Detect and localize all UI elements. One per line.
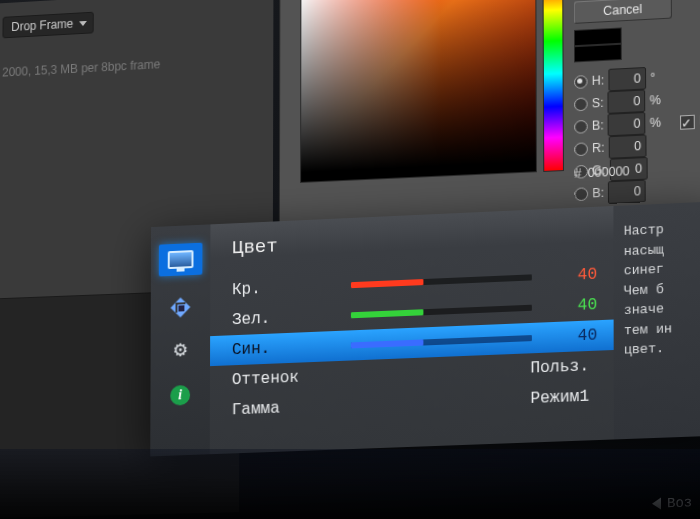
b-value[interactable]: 0	[608, 180, 646, 204]
hue-value[interactable]: 0	[608, 67, 646, 91]
osd-tab-picture[interactable]	[159, 243, 203, 277]
osd-blue-value: 40	[546, 326, 597, 346]
hue-radio[interactable]	[574, 75, 588, 89]
gear-icon: ⚙	[174, 340, 187, 362]
osd-green-slider[interactable]	[351, 305, 532, 319]
osd-hue-value: Польз.	[351, 357, 597, 385]
bri-radio[interactable]	[574, 119, 588, 133]
monitor-osd-menu: ⚙ i Цвет Кр. 40 Зел. 40 Син. 40	[150, 201, 700, 456]
osd-help-panel: Настр насыщ синег Чем б значе тем ин цве…	[613, 201, 700, 439]
r-radio[interactable]	[574, 142, 588, 156]
b-radio[interactable]	[574, 187, 588, 201]
arrows-icon	[168, 294, 194, 321]
osd-hue-label: Оттенок	[232, 367, 337, 389]
osd-blue-slider[interactable]	[351, 335, 532, 348]
osd-tab-info[interactable]: i	[163, 383, 197, 408]
info-icon: i	[170, 385, 190, 406]
osd-green-label: Зел.	[232, 307, 337, 329]
preview-checkbox[interactable]	[680, 115, 695, 130]
osd-gamma-label: Гамма	[232, 397, 337, 419]
cancel-button[interactable]: Cancel	[574, 0, 672, 24]
osd-red-value: 40	[546, 265, 597, 285]
osd-red-label: Кр.	[232, 277, 337, 300]
color-swatch-compare	[574, 27, 622, 62]
osd-tab-position[interactable]	[164, 295, 198, 320]
osd-tab-settings[interactable]: ⚙	[163, 339, 197, 364]
sat-value[interactable]: 0	[608, 89, 646, 113]
r-value[interactable]: 0	[609, 134, 647, 158]
hex-value[interactable]: 000000	[588, 163, 651, 180]
color-field[interactable]	[300, 0, 537, 183]
sat-radio[interactable]	[574, 97, 588, 111]
osd-blue-label: Син.	[232, 337, 337, 359]
drop-frame-dropdown[interactable]: Drop Frame	[2, 12, 93, 39]
osd-red-slider[interactable]	[351, 274, 532, 288]
hsb-rgb-group: H: 0 ° S: 0 % B: 0 % P	[574, 61, 700, 205]
desk-reflection	[0, 449, 700, 519]
preview-checkbox-wrap[interactable]: Preview	[680, 108, 700, 132]
monitor-icon	[168, 250, 194, 269]
osd-gamma-value: Режим1	[351, 387, 598, 415]
osd-icon-rail: ⚙ i	[150, 224, 210, 456]
bri-value[interactable]: 0	[608, 112, 646, 136]
drop-frame-dropdown-label: Drop Frame	[11, 17, 73, 34]
osd-body: Цвет Кр. 40 Зел. 40 Син. 40 Оттенок Поль…	[210, 206, 614, 454]
hue-slider[interactable]	[543, 0, 564, 172]
frame-info-text: 2000, 15,3 MB per 8bpc frame	[2, 52, 257, 79]
osd-green-value: 40	[546, 296, 597, 316]
osd-title: Цвет	[232, 221, 597, 259]
